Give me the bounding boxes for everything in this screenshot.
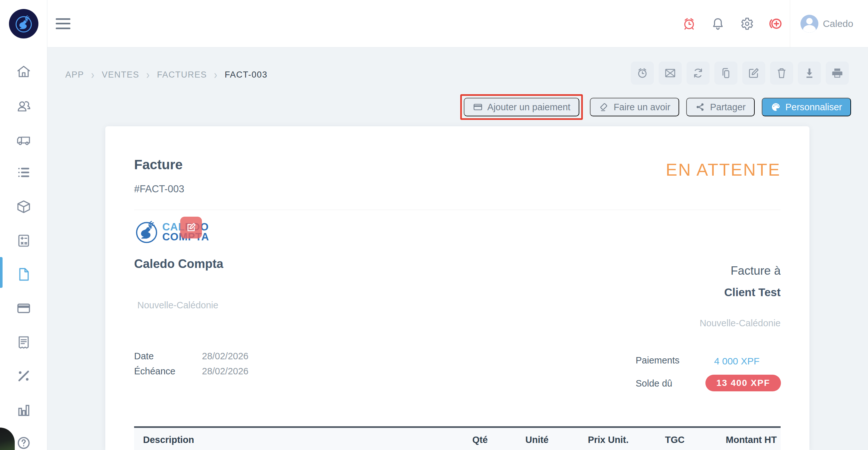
client-address: Nouvelle-Calédonie [700, 318, 781, 329]
edit-icon [747, 67, 760, 80]
app-logo[interactable] [9, 9, 38, 38]
sidebar-item-list[interactable] [0, 163, 48, 182]
column-amount-ht: Montant HT [685, 434, 781, 445]
list-icon [16, 165, 31, 180]
sidebar-item-taxes[interactable] [0, 366, 48, 386]
sidebar-item-payments[interactable] [0, 299, 48, 318]
help-icon [16, 435, 31, 450]
invoice-card: Facture #FACT-003 EN ATTENTE CALEDO COMP… [105, 126, 809, 450]
column-qty: Qté [437, 434, 488, 445]
column-unit-price: Prix Unit. [549, 434, 629, 445]
bar-chart-icon [16, 402, 31, 418]
add-payment-button[interactable]: Ajouter un paiement [464, 98, 580, 116]
cagou-bird-icon [133, 218, 160, 246]
envelope-icon [664, 67, 677, 80]
box-icon [16, 199, 31, 215]
truck-icon [16, 133, 31, 148]
invoice-dates: Date 28/02/2026 Échéance 28/02/2026 [134, 349, 248, 379]
credit-card-icon [473, 102, 483, 112]
status-badge: EN ATTENTE [666, 160, 781, 179]
gear-icon [739, 16, 754, 31]
sidebar [0, 0, 48, 450]
notifications-button[interactable] [704, 16, 732, 31]
toolbar-email-button[interactable] [659, 61, 682, 85]
bell-icon [711, 16, 725, 31]
date-value: 28/02/2026 [202, 351, 248, 362]
date-label: Date [134, 351, 202, 362]
settings-button[interactable] [732, 16, 761, 31]
company-name: Caledo Compta [134, 257, 223, 271]
balance-due-badge: 13 400 XPF [705, 375, 781, 391]
column-unit: Unité [488, 434, 549, 445]
balance-due-label: Solde dû [636, 378, 673, 389]
topbar-right: Caledo [675, 0, 868, 47]
alarm-clock-icon [636, 67, 649, 80]
sidebar-item-home[interactable] [0, 62, 48, 81]
hamburger-menu-button[interactable] [56, 18, 70, 29]
share-icon [695, 102, 705, 112]
refresh-icon [692, 67, 705, 80]
column-tgc: TGC [629, 434, 685, 445]
company-address: Nouvelle-Calédonie [137, 300, 218, 311]
alarm-clock-icon [682, 16, 696, 31]
toolbar-refresh-button[interactable] [686, 61, 710, 85]
toolbar-edit-button[interactable] [742, 61, 765, 85]
chevron-right-icon: › [91, 68, 95, 82]
quick-add-icon [768, 16, 783, 31]
file-icon [16, 267, 31, 282]
divider [134, 209, 781, 210]
share-button[interactable]: Partager [686, 98, 754, 116]
column-description: Description [134, 434, 437, 445]
breadcrumb-ventes[interactable]: VENTES [102, 70, 139, 80]
invoice-actions: Ajouter un paiement Faire un avoir Parta… [460, 94, 851, 120]
quick-add-button[interactable] [761, 16, 790, 31]
line-items-table: Description Qté Unité Prix Unit. TGC Mon… [134, 426, 781, 450]
sidebar-item-reports[interactable] [0, 401, 48, 420]
sidebar-item-contacts[interactable] [0, 96, 48, 116]
highlight-annotation-box: Ajouter un paiement [460, 94, 583, 120]
sidebar-item-accounting[interactable] [0, 231, 48, 250]
cagou-bird-icon [13, 13, 34, 34]
due-date-label: Échéance [134, 366, 202, 376]
user-menu[interactable]: Caledo [790, 0, 868, 47]
topbar: Caledo [48, 0, 868, 48]
breadcrumb-current: FACT-003 [225, 70, 268, 80]
printer-icon [831, 67, 844, 80]
payments-label: Paiements [636, 355, 680, 366]
sidebar-item-receipts[interactable] [0, 333, 48, 352]
home-icon [16, 64, 31, 79]
toolbar-delete-button[interactable] [770, 61, 793, 85]
breadcrumb-app[interactable]: APP [65, 70, 84, 80]
app-screen: Caledo APP › VENTES › FACTURES › FACT-00… [0, 0, 868, 450]
users-icon [16, 99, 31, 114]
reminders-button[interactable] [675, 16, 704, 31]
edit-logo-button[interactable] [180, 217, 202, 238]
active-nav-indicator [0, 257, 3, 288]
sidebar-item-invoices[interactable] [0, 265, 48, 284]
pencil-square-icon [185, 222, 197, 233]
credit-note-button[interactable]: Faire un avoir [590, 98, 679, 116]
copy-icon [719, 67, 732, 80]
customize-button[interactable]: Personnaliser [762, 98, 851, 116]
breadcrumb: APP › VENTES › FACTURES › FACT-003 [65, 69, 268, 80]
invoice-title: Facture [134, 157, 183, 172]
breadcrumb-factures[interactable]: FACTURES [157, 70, 207, 80]
invoice-toolbar [631, 61, 849, 85]
palette-icon [771, 102, 781, 112]
percent-icon [16, 368, 31, 384]
bill-to-block: Facture à Client Test Nouvelle-Calédonie [700, 264, 781, 329]
toolbar-download-button[interactable] [798, 61, 821, 85]
user-name: Caledo [823, 18, 853, 29]
sidebar-item-deliveries[interactable] [0, 131, 48, 150]
chevron-right-icon: › [146, 68, 150, 82]
sidebar-item-products[interactable] [0, 197, 48, 216]
toolbar-print-button[interactable] [826, 61, 849, 85]
toolbar-reminder-button[interactable] [631, 61, 654, 85]
payments-value[interactable]: 4 000 XPF [714, 356, 760, 367]
download-icon [803, 67, 816, 80]
toolbar-duplicate-button[interactable] [714, 61, 737, 85]
trash-icon [775, 67, 788, 80]
user-avatar [801, 15, 818, 33]
credit-card-icon [16, 301, 31, 316]
table-header-row: Description Qté Unité Prix Unit. TGC Mon… [134, 428, 781, 450]
